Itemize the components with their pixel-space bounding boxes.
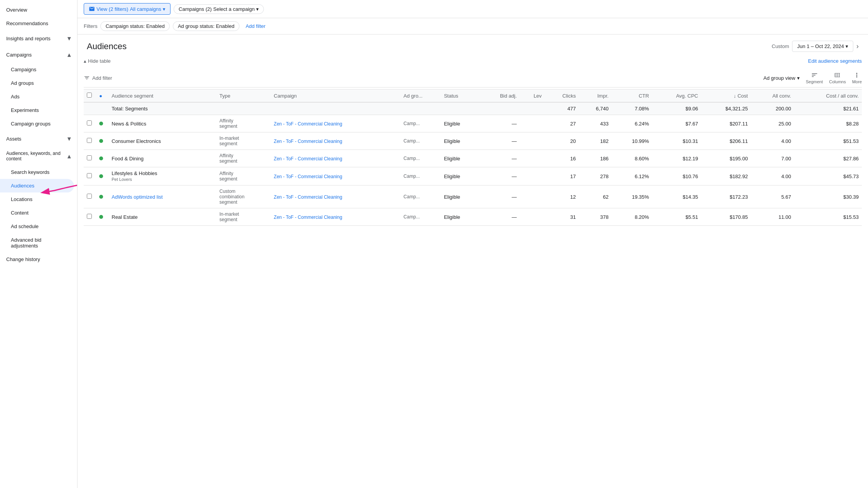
- columns-btn[interactable]: Columns: [829, 72, 846, 84]
- ad-group-status-chip[interactable]: Ad group status: Enabled: [173, 21, 239, 31]
- clicks-cell: 16: [545, 150, 579, 167]
- chevron-up-icon: ▴: [67, 50, 71, 59]
- cost-all-conv-cell: $51.53: [794, 132, 862, 150]
- row-checkbox[interactable]: [87, 214, 92, 219]
- segment-link[interactable]: AdWords optimized list: [112, 194, 163, 200]
- avg-cpc-cell: $10.31: [652, 132, 701, 150]
- sidebar-item-overview[interactable]: Overview: [0, 3, 74, 17]
- type-line1: In-market: [219, 211, 239, 217]
- sidebar-item-label: Assets: [6, 136, 21, 142]
- sidebar-item-change-history[interactable]: Change history: [0, 253, 74, 266]
- table-row: Lifestyles & Hobbies Pet Lovers Affinity…: [84, 167, 862, 186]
- row-checkbox[interactable]: [87, 173, 92, 178]
- cost-all-conv-header[interactable]: Cost / all conv.: [794, 89, 862, 103]
- sidebar-item-ads[interactable]: Ads: [0, 90, 74, 103]
- campaign-link[interactable]: Zen - ToF - Commercial Cleaning: [274, 215, 343, 220]
- type-line3: segment: [219, 199, 237, 205]
- campaigns-filter-btn[interactable]: View (2 filters) All campaigns ▾: [84, 3, 170, 15]
- campaign-cell: Zen - ToF - Commercial Cleaning: [271, 132, 401, 150]
- bid-adj-header[interactable]: Bid adj.: [480, 89, 520, 103]
- sidebar-item-label: Campaigns: [6, 52, 32, 58]
- all-conv-cell: 25.00: [751, 115, 794, 132]
- row-checkbox[interactable]: [87, 120, 92, 125]
- row-checkbox[interactable]: [87, 138, 92, 143]
- status-cell: Eligible: [441, 186, 480, 208]
- ctr-header[interactable]: CTR: [611, 89, 652, 103]
- cost-all-conv-cell: $15.53: [794, 208, 862, 226]
- add-filter-table-btn[interactable]: Add filter: [84, 75, 112, 81]
- filter-icon: [84, 75, 90, 81]
- campaign-link[interactable]: Zen - ToF - Commercial Cleaning: [274, 156, 343, 162]
- sidebar-item-experiments[interactable]: Experiments: [0, 103, 74, 117]
- lev-cell: [520, 150, 545, 167]
- cost-cell: $172.23: [701, 186, 751, 208]
- lev-header[interactable]: Lev: [520, 89, 545, 103]
- campaign-header[interactable]: Campaign: [271, 89, 401, 103]
- campaign-select-btn[interactable]: Campaigns (2) Select a campaign ▾: [174, 4, 264, 14]
- segment-name: News & Politics: [112, 121, 146, 127]
- sidebar-item-ad-groups[interactable]: Ad groups: [0, 76, 74, 90]
- type-header[interactable]: Type: [216, 89, 270, 103]
- select-all-checkbox[interactable]: [87, 93, 92, 98]
- sidebar-item-insights-reports[interactable]: Insights and reports ▾: [0, 30, 77, 46]
- sidebar-item-recommendations[interactable]: Recommendations: [0, 17, 74, 30]
- sidebar-item-search-keywords[interactable]: Search keywords: [0, 165, 74, 179]
- sidebar-item-audiences[interactable]: Audiences: [0, 179, 74, 192]
- bid-adj-cell: —: [480, 115, 520, 132]
- audience-segment-header[interactable]: Audience segment: [108, 89, 216, 103]
- sidebar-item-advanced-bid[interactable]: Advanced bid adjustments: [0, 233, 74, 253]
- date-range-value: Jun 1 – Oct 22, 2024: [797, 43, 844, 49]
- edit-audience-segments-link[interactable]: Edit audience segments: [808, 58, 862, 64]
- ctr-cell: 8.60%: [611, 150, 652, 167]
- ad-group-cell: Camp...: [400, 115, 441, 132]
- table-actions: ▴ Hide table Edit audience segments: [84, 55, 862, 67]
- sidebar-item-campaigns[interactable]: Campaigns: [0, 63, 74, 76]
- filters-label[interactable]: Filters: [84, 23, 97, 29]
- sidebar-item-campaign-groups[interactable]: Campaign groups: [0, 117, 74, 131]
- page-title: Audiences: [87, 41, 127, 52]
- ad-group-cell: Camp...: [400, 150, 441, 167]
- row-checkbox[interactable]: [87, 194, 92, 199]
- sidebar-audiences-keywords-header[interactable]: Audiences, keywords, and content ▴: [0, 147, 77, 165]
- all-conv-cell: 5.67: [751, 186, 794, 208]
- date-range-btn[interactable]: Jun 1 – Oct 22, 2024 ▾: [792, 41, 853, 52]
- sidebar-item-content[interactable]: Content: [0, 206, 74, 220]
- view-dropdown[interactable]: Ad group view ▾: [763, 75, 799, 81]
- sidebar-campaigns-header[interactable]: Campaigns ▴: [0, 46, 77, 63]
- collapse-sidebar-icon[interactable]: ›: [856, 42, 859, 50]
- more-btn[interactable]: More: [852, 72, 862, 84]
- cost-cell: $207.11: [701, 115, 751, 132]
- ad-group-cell: Camp...: [400, 186, 441, 208]
- segment-label: Segment: [806, 79, 823, 84]
- campaign-link[interactable]: Zen - ToF - Commercial Cleaning: [274, 139, 343, 144]
- ctr-cell: 6.24%: [611, 115, 652, 132]
- avg-cpc-header[interactable]: Avg. CPC: [652, 89, 701, 103]
- clicks-header[interactable]: Clicks: [545, 89, 579, 103]
- campaign-link[interactable]: Zen - ToF - Commercial Cleaning: [274, 194, 343, 200]
- add-filter-btn[interactable]: Add filter: [243, 22, 269, 31]
- row-checkbox[interactable]: [87, 155, 92, 160]
- hide-table-btn[interactable]: ▴ Hide table: [84, 58, 111, 64]
- table-row: Real Estate In-marketsegment Zen - ToF -…: [84, 208, 862, 226]
- clicks-cell: 12: [545, 186, 579, 208]
- cost-header[interactable]: ↓ Cost: [701, 89, 751, 103]
- view-dropdown-label: Ad group view: [763, 75, 795, 81]
- impr-header[interactable]: Impr.: [579, 89, 611, 103]
- sidebar-item-locations[interactable]: Locations: [0, 192, 74, 206]
- campaign-link[interactable]: Zen - ToF - Commercial Cleaning: [274, 121, 343, 127]
- type-line1: Custom: [219, 189, 235, 194]
- segment-name: Food & Dining: [112, 156, 143, 162]
- status-cell: Eligible: [441, 150, 480, 167]
- status-header[interactable]: Status: [441, 89, 480, 103]
- sidebar-item-ad-schedule[interactable]: Ad schedule: [0, 220, 74, 233]
- ad-group-header[interactable]: Ad gro...: [400, 89, 441, 103]
- type-line2: segment: [219, 141, 237, 146]
- audiences-table: ● Audience segment Type Campaign Ad gro.…: [84, 89, 862, 226]
- sidebar-assets-header[interactable]: Assets ▾: [0, 131, 77, 147]
- ctr-cell: 6.12%: [611, 167, 652, 186]
- campaign-link[interactable]: Zen - ToF - Commercial Cleaning: [274, 174, 343, 179]
- cost-cell: $206.11: [701, 132, 751, 150]
- all-conv-header[interactable]: All conv.: [751, 89, 794, 103]
- segment-btn[interactable]: Segment: [806, 72, 823, 84]
- campaign-status-chip[interactable]: Campaign status: Enabled: [100, 21, 169, 31]
